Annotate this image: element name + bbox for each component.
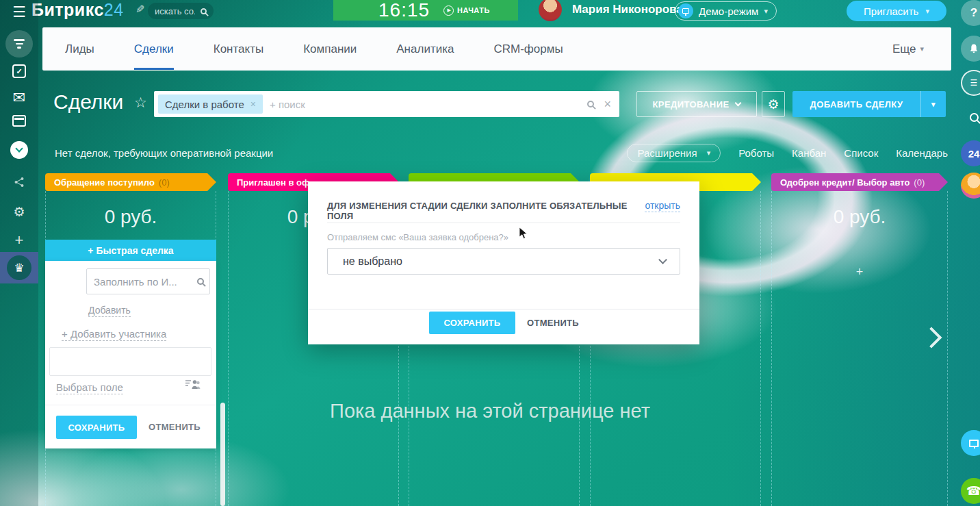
- comment-field[interactable]: [49, 347, 211, 376]
- sidebar-item-premium[interactable]: ♛: [0, 252, 38, 283]
- menu-hamburger-icon[interactable]: ☰: [0, 3, 38, 22]
- kanban-column: Одобрен кредит/ Выбор авто (0) 0 руб. +: [771, 173, 948, 506]
- chevron-down-icon: ▾: [707, 149, 711, 157]
- add-deal-dropdown-caret[interactable]: ▾: [921, 100, 946, 109]
- quick-form-save-button[interactable]: СОХРАНИТЬ: [56, 416, 137, 439]
- bitrix24-logo[interactable]: Битрикс24: [31, 0, 124, 20]
- client-search-input[interactable]: [94, 276, 193, 288]
- sms-select-dropdown[interactable]: не выбрано: [327, 248, 680, 275]
- chevron-down-icon: [735, 99, 742, 106]
- divider: [308, 309, 699, 309]
- gear-icon: ⚙: [767, 97, 779, 112]
- add-link[interactable]: Добавить: [88, 305, 131, 317]
- sidebar-add[interactable]: +: [0, 231, 38, 249]
- user-menu[interactable]: Мария Никонорова ▾: [572, 3, 692, 16]
- status-message: Нет сделок, требующих оперативной реакци…: [55, 147, 273, 159]
- sidebar-settings[interactable]: ⚙: [0, 204, 38, 220]
- view-kanban-link[interactable]: Канбан: [792, 147, 826, 159]
- assistant-avatar[interactable]: [961, 173, 980, 199]
- screen-icon: [969, 440, 979, 447]
- client-search-field[interactable]: [86, 268, 210, 294]
- extensions-button[interactable]: Расширения ▾: [627, 144, 721, 162]
- modal-save-button[interactable]: СОХРАНИТЬ: [429, 312, 515, 334]
- notifications-button[interactable]: [961, 36, 980, 62]
- filter-search-bar[interactable]: Сделки в работе × ×: [154, 91, 619, 117]
- add-deal-label: ДОБАВИТЬ СДЕЛКУ: [792, 99, 920, 110]
- favorite-star-icon[interactable]: ☆: [134, 94, 147, 111]
- stage-header[interactable]: Одобрен кредит/ Выбор авто (0): [771, 173, 948, 191]
- tab-contacts[interactable]: Контакты: [214, 27, 263, 71]
- menu-list-button[interactable]: ☰: [961, 70, 980, 96]
- tab-leads[interactable]: Лиды: [65, 27, 94, 71]
- filter-search-input[interactable]: [270, 99, 581, 110]
- timer-start-button[interactable]: ▶ НАЧАТЬ: [443, 5, 490, 16]
- funnel-label: КРЕДИТОВАНИЕ: [653, 99, 730, 110]
- robots-link[interactable]: Роботы: [738, 147, 774, 159]
- open-link[interactable]: открыть: [645, 200, 680, 212]
- invite-button[interactable]: Пригласить ▾: [847, 1, 946, 21]
- network-share-icon: [14, 177, 25, 188]
- divider: [45, 405, 216, 405]
- helpdesk-24-badge[interactable]: 24: [961, 140, 980, 166]
- live-feed-icon: [5, 30, 33, 58]
- timer-time: 16:15: [378, 0, 430, 21]
- chat-widget-button[interactable]: [961, 430, 980, 456]
- clear-search-icon[interactable]: ×: [604, 97, 611, 112]
- chevron-down-icon: [658, 255, 667, 264]
- quick-deal-form: Добавить + Добавить участника Выбрать по…: [45, 261, 216, 448]
- view-list-link[interactable]: Список: [844, 147, 878, 159]
- required-fields-modal: ДЛЯ ИЗМЕНЕНИЯ СТАДИИ СДЕЛКИ ЗАПОЛНИТЕ ОБ…: [308, 181, 699, 344]
- sidebar-item-tasks[interactable]: ✓: [0, 64, 38, 78]
- sms-field-label: Отправляем смс «Ваша заявка одобрена?»: [327, 232, 508, 242]
- tab-companies[interactable]: Компании: [303, 27, 357, 71]
- kanban-scroll-right-arrow[interactable]: [924, 330, 939, 345]
- select-field-link[interactable]: Выбрать поле: [56, 381, 123, 394]
- sidebar-item-live-feed[interactable]: [0, 30, 38, 58]
- view-controls: Расширения ▾ Роботы Канбан Список Календ…: [627, 144, 948, 162]
- funnel-selector-button[interactable]: КРЕДИТОВАНИЕ: [636, 91, 757, 117]
- sidebar-item-crm[interactable]: [0, 115, 38, 127]
- user-avatar[interactable]: [539, 0, 562, 21]
- mouse-cursor: [519, 227, 528, 243]
- sidebar-item-more-circle[interactable]: [0, 141, 38, 159]
- add-deal-button[interactable]: ДОБАВИТЬ СДЕЛКУ ▾: [792, 91, 946, 117]
- modal-title: ДЛЯ ИЗМЕНЕНИЯ СТАДИИ СДЕЛКИ ЗАПОЛНИТЕ ОБ…: [327, 201, 635, 221]
- view-calendar-link[interactable]: Календарь: [896, 147, 948, 159]
- pencil-icon[interactable]: ✎: [136, 3, 144, 16]
- search-button[interactable]: [961, 104, 980, 130]
- nav-more-menu[interactable]: Еще ▾: [892, 42, 924, 56]
- filter-chip[interactable]: Сделки в работе ×: [158, 94, 263, 114]
- stage-title: Обращение поступило: [54, 177, 155, 188]
- quick-form-cancel-button[interactable]: ОТМЕНИТЬ: [149, 422, 201, 432]
- crm-card-icon: [12, 115, 26, 127]
- sidebar-item-network[interactable]: [0, 177, 38, 188]
- tab-analytics[interactable]: Аналитика: [396, 27, 454, 71]
- stage-header[interactable]: Обращение поступило (0): [45, 173, 216, 191]
- stage-amount: 0 руб.: [772, 206, 947, 228]
- modal-cancel-button[interactable]: ОТМЕНИТЬ: [527, 318, 579, 328]
- phone-widget-button[interactable]: ☎: [961, 478, 980, 504]
- play-icon: ▶: [443, 5, 454, 16]
- work-timer[interactable]: 16:15 ▶ НАЧАТЬ: [333, 0, 518, 21]
- demo-mode-button[interactable]: Демо-режим ▾: [675, 1, 777, 21]
- people-list-icon[interactable]: [185, 379, 201, 393]
- global-search[interactable]: искать со...: [148, 3, 214, 19]
- tab-crm-forms[interactable]: CRM-формы: [493, 27, 563, 71]
- quick-deal-button[interactable]: + Быстрая сделка: [45, 240, 216, 261]
- left-sidebar: ☰ ✓ ✉ ⚙ + ♛: [0, 0, 38, 506]
- user-name: Мария Никонорова: [572, 3, 683, 16]
- sidebar-item-mail[interactable]: ✉: [0, 89, 38, 107]
- search-icon: [197, 278, 204, 285]
- crown-icon: ♛: [7, 255, 31, 280]
- search-icon: [970, 113, 979, 122]
- settings-gear-button[interactable]: ⚙: [762, 91, 785, 117]
- filter-chip-close-icon[interactable]: ×: [250, 99, 256, 110]
- tab-deals[interactable]: Сделки: [134, 27, 174, 71]
- brand-number: 24: [104, 0, 124, 19]
- add-deal-plus-icon[interactable]: +: [772, 265, 947, 279]
- vertical-scrollbar[interactable]: [220, 403, 225, 506]
- add-participant-link[interactable]: + Добавить участника: [62, 328, 166, 341]
- help-button[interactable]: ?: [961, 0, 980, 26]
- stage-count: (0): [159, 177, 170, 188]
- search-icon[interactable]: [587, 101, 594, 107]
